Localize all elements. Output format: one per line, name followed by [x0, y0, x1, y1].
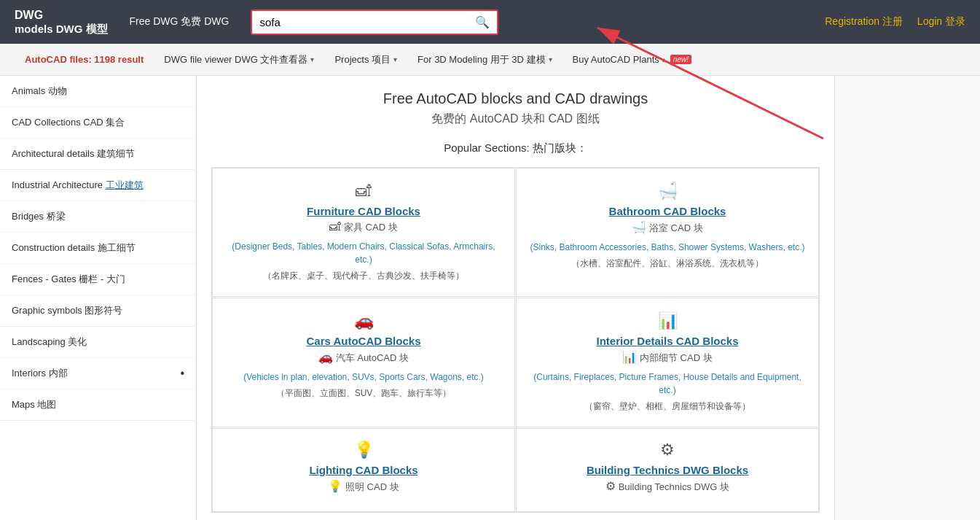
cars-desc: (Vehicles in plan, elevation, SUVs, Spor…: [224, 370, 503, 384]
lighting-title-cn: 💡 照明 CAD 块: [224, 479, 503, 494]
cars-title[interactable]: Cars AutoCAD Blocks: [224, 335, 503, 347]
nav-3d-modeling[interactable]: For 3D Modeling 用于 3D 建模 ▾: [407, 44, 562, 75]
auth-links: Registration 注册 Login 登录: [825, 15, 965, 28]
new-badge: new!: [670, 55, 691, 64]
sidebar-item-interiors[interactable]: Interiors 内部 •: [0, 358, 196, 389]
logo-text: DWG models DWG 模型: [15, 8, 108, 35]
content-subtitle: 免费的 AutoCAD 块和 CAD 图纸: [211, 112, 820, 127]
chevron-down-icon: ▾: [310, 55, 314, 63]
header: DWG models DWG 模型 Free DWG 免费 DWG 🔍 Regi…: [0, 0, 980, 44]
interior-desc-cn: （窗帘、壁炉、相框、房屋细节和设备等）: [528, 400, 807, 414]
cars-icon: 🚗: [224, 311, 503, 330]
sidebar-item-fences-gates[interactable]: Fences - Gates 栅栏 - 大门: [0, 264, 196, 295]
interior-icon: 📊: [528, 311, 807, 330]
sidebar-item-cad-collections[interactable]: CAD Collections CAD 集合: [0, 107, 196, 139]
section-lighting: 💡 Lighting CAD Blocks 💡 照明 CAD 块: [212, 428, 515, 512]
popular-label: Popular Sections: 热门版块：: [211, 141, 820, 155]
section-cars: 🚗 Cars AutoCAD Blocks 🚗 汽车 AutoCAD 块 (Ve…: [212, 298, 515, 427]
logo: DWG models DWG 模型: [15, 8, 108, 35]
search-input[interactable]: [252, 12, 468, 33]
main-layout: Animals 动物 CAD Collections CAD 集合 Archit…: [0, 76, 980, 520]
sidebar-item-animals[interactable]: Animals 动物: [0, 76, 196, 107]
nav-dwg-viewer[interactable]: DWG file viewer DWG 文件查看器 ▾: [154, 44, 324, 75]
free-dwg-label: Free DWG 免费 DWG: [130, 15, 230, 28]
chevron-down-icon: ▾: [549, 55, 552, 63]
bathroom-title[interactable]: Bathroom CAD Blocks: [528, 205, 807, 217]
sections-grid: 🛋 Furniture CAD Blocks 🛋 家具 CAD 块 (Desig…: [211, 167, 820, 513]
login-link[interactable]: Login 登录: [917, 15, 965, 28]
cars-desc-cn: （平面图、立面图、SUV、跑车、旅行车等）: [224, 387, 503, 400]
bathroom-icon: 🛁: [528, 182, 807, 201]
search-box: 🔍: [251, 9, 498, 35]
building-title-cn: ⚙ Building Technics DWG 块: [528, 479, 807, 494]
navbar: AutoCAD files: 1198 result DWG file view…: [0, 44, 980, 76]
sidebar-item-bridges[interactable]: Bridges 桥梁: [0, 201, 196, 233]
nav-autocad-files[interactable]: AutoCAD files: 1198 result: [15, 45, 154, 74]
nav-buy-plants[interactable]: Buy AutoCAD Plants ▴ new!: [562, 45, 702, 74]
furniture-icon: 🛋: [224, 182, 503, 201]
chevron-down-icon: ▾: [393, 55, 397, 63]
interior-desc: (Curtains, Fireplaces, Picture Frames, H…: [528, 370, 807, 397]
section-interior: 📊 Interior Details CAD Blocks 📊 内部细节 CAD…: [516, 298, 819, 427]
chevron-down-icon: ▴: [662, 55, 666, 63]
sidebar-item-industrial-architecture[interactable]: Industrial Architecture 工业建筑: [0, 170, 196, 201]
nav-projects[interactable]: Projects 项目 ▾: [324, 44, 407, 75]
content-title: Free AutoCAD blocks and CAD drawings: [211, 90, 820, 107]
building-title[interactable]: Building Technics DWG Blocks: [528, 464, 807, 476]
bathroom-desc: (Sinks, Bathroom Accessories, Baths, Sho…: [528, 241, 807, 254]
lighting-title[interactable]: Lighting CAD Blocks: [224, 464, 503, 476]
section-bathroom: 🛁 Bathroom CAD Blocks 🛁 浴室 CAD 块 (Sinks,…: [516, 168, 819, 297]
bathroom-desc-cn: （水槽、浴室配件、浴缸、淋浴系统、洗衣机等）: [528, 257, 807, 271]
sidebar-item-architectural-details[interactable]: Architectural details 建筑细节: [0, 139, 196, 170]
section-furniture: 🛋 Furniture CAD Blocks 🛋 家具 CAD 块 (Desig…: [212, 168, 515, 297]
furniture-title[interactable]: Furniture CAD Blocks: [224, 205, 503, 217]
sidebar-item-landscaping[interactable]: Landscaping 美化: [0, 327, 196, 358]
lighting-icon: 💡: [224, 441, 503, 459]
search-button[interactable]: 🔍: [468, 11, 497, 34]
interior-title-cn: 📊 内部细节 CAD 块: [528, 350, 807, 365]
bathroom-title-cn: 🛁 浴室 CAD 块: [528, 220, 807, 235]
furniture-title-cn: 🛋 家具 CAD 块: [224, 220, 503, 234]
registration-link[interactable]: Registration 注册: [825, 15, 903, 28]
right-sidebar: [834, 76, 980, 520]
furniture-desc: (Designer Beds, Tables, Modern Chairs, C…: [224, 240, 503, 266]
sidebar-item-maps[interactable]: Maps 地图: [0, 389, 196, 421]
section-building-technics: ⚙ Building Technics DWG Blocks ⚙ Buildin…: [516, 428, 819, 512]
sidebar-item-construction-details[interactable]: Construction details 施工细节: [0, 233, 196, 264]
cars-title-cn: 🚗 汽车 AutoCAD 块: [224, 350, 503, 365]
furniture-desc-cn: （名牌床、桌子、现代椅子、古典沙发、扶手椅等）: [224, 269, 503, 283]
main-content: Free AutoCAD blocks and CAD drawings 免费的…: [197, 76, 834, 520]
sidebar-item-graphic-symbols[interactable]: Graphic symbols 图形符号: [0, 295, 196, 327]
sidebar: Animals 动物 CAD Collections CAD 集合 Archit…: [0, 76, 197, 520]
interior-title[interactable]: Interior Details CAD Blocks: [528, 335, 807, 347]
dot-icon: •: [180, 367, 184, 380]
building-icon: ⚙: [528, 441, 807, 459]
